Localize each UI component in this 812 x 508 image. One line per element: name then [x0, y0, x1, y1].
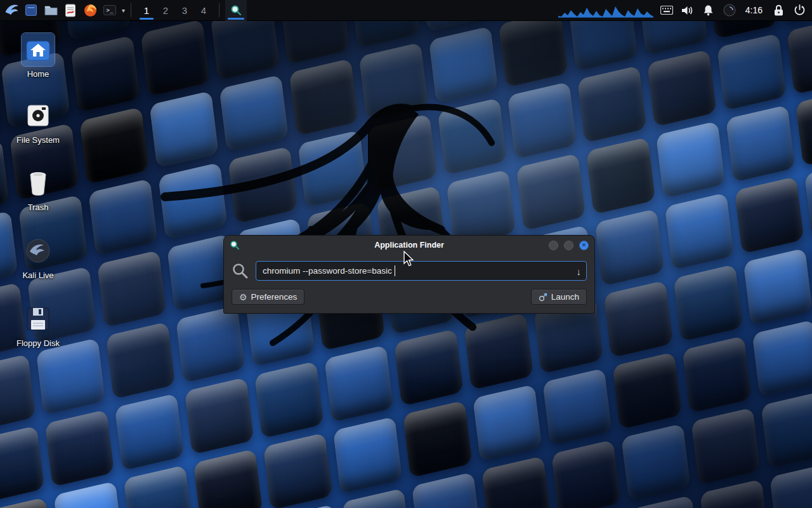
titlebar[interactable]: Application Finder ✕ [224, 236, 594, 255]
cpu-graph[interactable] [558, 3, 653, 18]
search-input-value: chromium --password-store=basic [263, 266, 392, 276]
wallpaper-cube [0, 354, 36, 431]
wallpaper-cube [499, 10, 568, 88]
wallpaper-cube [551, 439, 621, 508]
floppy-disk-icon [22, 302, 55, 335]
launch-icon [539, 293, 547, 302]
search-input[interactable]: chromium --password-store=basic ↓ [256, 261, 587, 281]
terminal-icon[interactable]: >_ [102, 2, 118, 18]
window-controls: ✕ [549, 241, 589, 250]
top-panel: >_ ▾ 1 2 3 4 4:16 [0, 0, 812, 21]
terminal-prompt-glyph: >_ [103, 5, 117, 15]
minimize-button[interactable] [549, 241, 558, 250]
wallpaper-cube [0, 497, 53, 508]
wallpaper-cube [630, 495, 700, 508]
desktop-icon-file-system[interactable]: File System [11, 99, 65, 145]
preferences-button[interactable]: ⚙ Preferences [232, 289, 304, 305]
wallpaper-cube [437, 98, 507, 175]
wallpaper-cube [394, 328, 464, 406]
wallpaper-cube [0, 67, 1, 145]
lock-icon[interactable] [771, 3, 786, 18]
wallpaper-cube [333, 417, 403, 494]
close-button[interactable]: ✕ [579, 241, 589, 250]
wallpaper-cube [228, 146, 298, 224]
desktop-icon-kali-live[interactable]: Kali Live [11, 234, 65, 280]
kali-menu-icon[interactable] [3, 2, 20, 18]
home-icon [22, 33, 55, 66]
wallpaper-cube [673, 264, 743, 342]
wallpaper-cube [717, 33, 787, 110]
wallpaper-cube [796, 88, 812, 166]
show-desktop-icon[interactable] [23, 2, 39, 18]
finder-body: chromium --password-store=basic ↓ ⚙ Pref… [224, 255, 594, 313]
text-editor-icon[interactable] [62, 2, 79, 18]
firefox-icon[interactable] [82, 2, 98, 18]
wallpaper-cube [298, 130, 367, 208]
window-title: Application Finder [262, 241, 556, 250]
wallpaper-cube [79, 107, 149, 184]
wallpaper-cube [158, 162, 228, 239]
wallpaper-cube [263, 432, 332, 508]
kali-live-icon [22, 234, 55, 267]
desktop-icon-floppy-disk[interactable]: Floppy Disk [11, 302, 65, 348]
wallpaper-cube [272, 504, 341, 508]
wallpaper-cube [289, 58, 358, 136]
wallpaper-cube [656, 121, 726, 198]
trash-icon [22, 166, 55, 199]
wallpaper-cube [804, 160, 812, 237]
wallpaper-cube [787, 17, 812, 95]
wallpaper-cube [507, 81, 577, 159]
arrow-down-icon[interactable]: ↓ [577, 265, 582, 276]
wallpaper-cube [411, 472, 481, 508]
wallpaper-cube [594, 208, 664, 286]
logout-power-icon[interactable] [792, 3, 807, 18]
workspace-switcher: 1 2 3 4 [137, 0, 213, 21]
wallpaper-cube [53, 481, 123, 508]
wallpaper-cube [761, 391, 812, 469]
workspace-1[interactable]: 1 [137, 0, 156, 21]
notifications-bell-icon[interactable] [701, 3, 716, 18]
wallpaper-cube [106, 321, 176, 399]
wallpaper-cube [176, 305, 246, 383]
wallpaper-cube [586, 137, 655, 215]
taskbar-application-finder[interactable] [225, 0, 247, 21]
wallpaper-cube [429, 26, 499, 104]
wallpaper-cube [358, 42, 428, 119]
clock[interactable]: 4:16 [743, 5, 765, 15]
chevron-down-icon[interactable]: ▾ [122, 7, 125, 14]
maximize-button[interactable] [564, 241, 573, 250]
wallpaper-cube [403, 400, 473, 478]
wallpaper-cube [114, 393, 184, 471]
file-system-icon [22, 99, 55, 132]
wallpaper-cube [647, 49, 717, 126]
wallpaper-cube [254, 361, 324, 438]
wallpaper-cube [621, 424, 691, 501]
panel-tray: 4:16 [558, 3, 812, 18]
desktop-icon-trash[interactable]: Trash [11, 166, 65, 212]
volume-icon[interactable] [680, 3, 695, 18]
wallpaper-cube [603, 280, 673, 358]
workspace-4[interactable]: 4 [194, 0, 213, 21]
workspace-3[interactable]: 3 [175, 0, 194, 21]
desktop-icon-home[interactable]: Home [11, 33, 65, 79]
wallpaper-cube [367, 114, 437, 191]
wallpaper-cube [612, 352, 682, 429]
wallpaper-cube [473, 384, 542, 462]
keyboard-indicator-icon[interactable] [659, 3, 674, 18]
app-finder-icon [230, 240, 240, 250]
file-manager-icon[interactable] [43, 2, 59, 18]
wallpaper-cube [726, 105, 796, 182]
wallpaper-cube [664, 192, 734, 270]
wallpaper-cube [700, 479, 769, 508]
wallpaper-cube [123, 465, 193, 508]
status-circle-icon[interactable] [722, 3, 737, 18]
wallpaper-cube [516, 153, 586, 231]
desktop-icon-label: Floppy Disk [16, 338, 60, 348]
desktop-icon-label: Home [27, 69, 49, 79]
gear-icon: ⚙ [239, 293, 247, 302]
search-icon [232, 262, 249, 279]
launch-button[interactable]: Launch [531, 289, 587, 305]
workspace-2[interactable]: 2 [156, 0, 175, 21]
wallpaper-cube [464, 312, 534, 390]
wallpaper-cube [481, 456, 551, 508]
